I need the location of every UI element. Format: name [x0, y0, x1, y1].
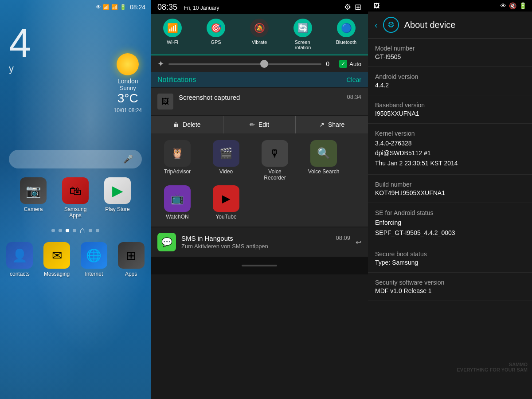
internet-icon: 🌐 [81, 242, 107, 269]
p3-status-icons: 👁 🔇 🔋 [500, 2, 527, 9]
sms-notif-title: SMS in Hangouts [181, 235, 233, 242]
back-button[interactable]: ‹ [375, 20, 378, 30]
home-button[interactable]: ⌂ [80, 225, 85, 235]
video-icon: 🎬 [213, 140, 239, 167]
watchon-label: WatchON [166, 214, 189, 220]
contacts-label: contacts [10, 271, 30, 277]
screenshot-notif-content: Screenshot captured 08:34 [179, 94, 361, 101]
gps-toggle-icon: 🎯 [207, 19, 225, 37]
reply-icon: ↩ [356, 238, 361, 246]
about-device-panel: 🖼 👁 🔇 🔋 ‹ ⚙ About device Model number GT… [368, 0, 532, 399]
security-software-value: MDF v1.0 Release 1 [375, 287, 525, 294]
hangouts-icon: 💬 [157, 233, 176, 251]
edit-icon: ✏ [250, 121, 255, 128]
sms-notif-top: SMS in Hangouts 08:09 [181, 235, 350, 242]
share-action[interactable]: ↗ Share [296, 116, 368, 133]
secure-boot-label: Secure boot status [375, 250, 525, 258]
tripadvisor-app[interactable]: 🦉 TripAdvisor [155, 140, 200, 181]
app-messaging[interactable]: ✉ Messaging [39, 242, 74, 277]
status-bar: 👁 📶 📶 🔋 08:24 [0, 0, 151, 14]
battery-icon: 🔋 [120, 4, 126, 10]
home-screen-panel: 👁 📶 📶 🔋 08:24 4 y London Sunny 3°C 10/01… [0, 0, 151, 399]
baseband-version-label: Baseband version [375, 102, 525, 109]
share-label: Share [328, 121, 344, 128]
p2-date: Fri, 10 January [184, 5, 219, 11]
toggle-vibrate[interactable]: 🔕 Vibrate [238, 19, 281, 50]
watchon-app[interactable]: 📺 WatchON [155, 185, 200, 220]
weather-widget: London Sunny 3°C 10/01 08:24 [114, 53, 142, 113]
camera-label: Camera [24, 206, 43, 212]
setting-baseband-version: Baseband version I9505XXUFNA1 [368, 95, 532, 124]
toggle-rotation[interactable]: 🔄 Screenrotation [281, 19, 325, 50]
brightness-slider[interactable] [168, 63, 321, 65]
toggle-gps[interactable]: 🎯 GPS [194, 19, 238, 50]
wifi-icon: 📶 [103, 4, 110, 10]
build-number-label: Build number [375, 181, 525, 188]
page-dots: ⌂ [0, 219, 151, 242]
app-play-store[interactable]: ▶ Play Store [100, 177, 135, 219]
app-row-1: 🦉 TripAdvisor 🎬 Video 🎙 VoiceRecorder 🔍 … [155, 138, 364, 183]
video-label: Video [219, 168, 233, 175]
setting-secure-boot: Secure boot status Type: Samsung [368, 244, 532, 273]
brightness-thumb [260, 60, 268, 68]
app-camera[interactable]: 📷 Camera [16, 177, 51, 219]
vibrate-toggle-label: Vibrate [252, 39, 267, 45]
screenshot-icon: 🖼 [157, 94, 173, 110]
brightness-icon: ✦ [157, 59, 164, 69]
dot-1 [51, 229, 55, 232]
screenshot-notif-title: Screenshot captured [179, 94, 240, 101]
toggle-wifi[interactable]: 📶 Wi-Fi [151, 19, 194, 50]
setting-security-software: Security software version MDF v1.0 Relea… [368, 273, 532, 301]
app-apps[interactable]: ⊞ Apps [113, 242, 149, 277]
toggle-bluetooth[interactable]: 🔵 Bluetooth [325, 19, 368, 50]
app-grid-bottom: 👤 contacts ✉ Messaging 🌐 Internet ⊞ Apps [0, 242, 151, 277]
app-internet[interactable]: 🌐 Internet [77, 242, 112, 277]
delete-action[interactable]: 🗑 Delete [151, 116, 223, 133]
play-store-icon: ▶ [104, 177, 131, 204]
messaging-icon: ✉ [43, 242, 70, 269]
search-bar[interactable]: 🎤 [9, 150, 142, 168]
apps-icon: ⊞ [118, 242, 145, 269]
screenshot-notif-time: 08:34 [347, 94, 361, 101]
panel2-bottom-bar [151, 257, 368, 274]
about-header: ‹ ⚙ About device [368, 12, 532, 39]
p3-status-bar: 🖼 👁 🔇 🔋 [368, 0, 532, 12]
auto-brightness[interactable]: ✓ Auto [339, 60, 361, 68]
auto-label: Auto [349, 61, 361, 67]
weather-temp: 3°C [114, 91, 142, 106]
home-time: 08:24 [130, 4, 145, 11]
share-icon: ↗ [319, 121, 325, 128]
contacts-icon: 👤 [6, 242, 33, 269]
screenshot-notif-top: Screenshot captured 08:34 [179, 94, 361, 101]
voice-recorder-icon: 🎙 [262, 140, 288, 167]
status-icons: 👁 📶 📶 🔋 [96, 4, 126, 10]
setting-kernel-version: Kernel version 3.4.0-276328dpi@SWDB5112 … [368, 124, 532, 175]
edit-action[interactable]: ✏ Edit [223, 116, 296, 133]
youtube-icon: ▶ [213, 185, 239, 212]
sammo-watermark: SAMMOEVERYTHING FOR YOUR SAM [457, 362, 528, 372]
dot-3 [73, 229, 76, 232]
video-app[interactable]: 🎬 Video [204, 140, 248, 181]
app-samsung-apps[interactable]: 🛍 SamsungApps [58, 177, 93, 219]
p2-settings-icon[interactable]: ⚙ [344, 2, 351, 12]
internet-label: Internet [85, 271, 103, 277]
clear-button[interactable]: Clear [347, 76, 361, 83]
secure-boot-value: Type: Samsung [375, 259, 525, 266]
play-store-label: Play Store [105, 206, 129, 212]
rotation-toggle-label: Screenrotation [295, 39, 311, 50]
youtube-label: YouTube [215, 214, 236, 220]
delete-icon: 🗑 [173, 121, 179, 128]
voice-search-icon: 🔍 [310, 140, 337, 167]
scroll-indicator [242, 265, 277, 266]
voice-recorder-label: VoiceRecorder [264, 168, 286, 181]
quick-toggles: 📶 Wi-Fi 🎯 GPS 🔕 Vibrate 🔄 Screenrotation… [151, 14, 368, 55]
setting-build-number: Build number KOT49H.I9505XXUFNA1 [368, 175, 532, 203]
voice-search-app[interactable]: 🔍 Voice Search [301, 140, 346, 181]
se-android-label: SE for Android status [375, 209, 525, 216]
app-contacts[interactable]: 👤 contacts [2, 242, 37, 277]
voice-recorder-app[interactable]: 🎙 VoiceRecorder [253, 140, 297, 181]
youtube-app[interactable]: ▶ YouTube [204, 185, 248, 220]
p2-grid-icon[interactable]: ⊞ [355, 2, 361, 12]
build-number-value: KOT49H.I9505XXUFNA1 [375, 189, 525, 196]
watchon-icon: 📺 [164, 185, 191, 212]
